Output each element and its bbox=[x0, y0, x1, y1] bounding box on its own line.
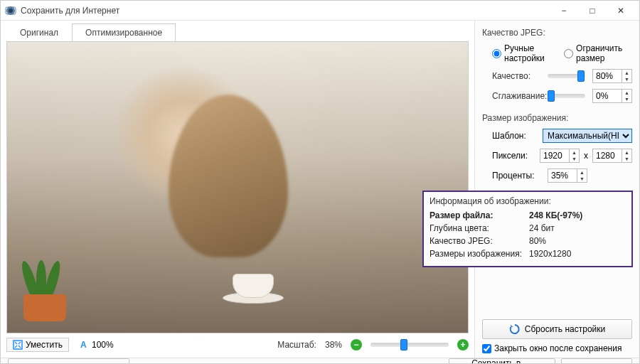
x-separator: x bbox=[584, 151, 588, 161]
minimize-button[interactable]: − bbox=[550, 1, 578, 21]
app-icon bbox=[5, 5, 16, 16]
zoom-value: 38% bbox=[325, 340, 342, 350]
file-size-value: 248 КБ(-97%) bbox=[529, 210, 582, 220]
zoom-slider[interactable] bbox=[370, 343, 449, 347]
reset-icon bbox=[509, 323, 521, 335]
width-input[interactable] bbox=[540, 149, 569, 162]
maximize-button[interactable]: □ bbox=[578, 1, 607, 21]
window-title: Сохранить для Интернет bbox=[21, 6, 550, 16]
zoom-in-button[interactable]: + bbox=[457, 339, 469, 350]
quality-label: Качество: bbox=[492, 71, 545, 81]
fit-button[interactable]: Уместить bbox=[6, 338, 69, 352]
zoom-a-icon: A bbox=[79, 340, 89, 350]
radio-limit-size[interactable]: Ограничить размер bbox=[564, 43, 632, 63]
info-title: Информация об изображении: bbox=[430, 196, 626, 206]
pixels-label: Пиксели: bbox=[492, 151, 537, 161]
bottom-bar: Посмотреть видеоурок Сохранить в файл...… bbox=[1, 358, 639, 364]
depth-value: 24 бит bbox=[529, 223, 555, 233]
depth-label: Глубина цвета: bbox=[430, 223, 529, 233]
template-label: Шаблон: bbox=[492, 131, 540, 141]
zoom100-label: 100% bbox=[92, 340, 114, 350]
smoothing-input[interactable] bbox=[593, 90, 622, 102]
close-after-save-row[interactable]: Закрыть окно после сохранения bbox=[482, 343, 632, 353]
zoom-label: Масштаб: bbox=[277, 340, 316, 350]
watch-video-button[interactable]: Посмотреть видеоурок bbox=[8, 358, 129, 364]
percent-spin[interactable]: ▲▼ bbox=[548, 168, 587, 183]
jpegq-value: 80% bbox=[529, 236, 546, 246]
smoothing-spin[interactable]: ▲▼ bbox=[592, 89, 632, 103]
tab-original[interactable]: Оригинал bbox=[6, 23, 72, 42]
fit-label: Уместить bbox=[26, 340, 63, 350]
titlebar: Сохранить для Интернет − □ ✕ bbox=[1, 1, 639, 21]
jpegq-label: Качество JPEG: bbox=[430, 236, 529, 246]
zoom-out-button[interactable]: − bbox=[351, 339, 362, 350]
right-pane: Качество JPEG: Ручные настройки Ограничи… bbox=[474, 21, 639, 358]
radio-limit-input[interactable] bbox=[564, 49, 573, 58]
dims-label: Размеры изображения: bbox=[430, 249, 529, 259]
fit-icon bbox=[13, 340, 23, 350]
percent-label: Проценты: bbox=[492, 171, 545, 181]
image-preview[interactable] bbox=[6, 41, 469, 333]
radio-manual[interactable]: Ручные настройки bbox=[492, 43, 557, 63]
file-size-label: Размер файла: bbox=[430, 210, 529, 220]
image-size-title: Размер изображения: bbox=[482, 113, 632, 123]
quality-up[interactable]: ▲ bbox=[622, 70, 631, 76]
preview-plant bbox=[16, 243, 73, 321]
width-spin[interactable]: ▲▼ bbox=[540, 149, 580, 163]
cancel-button[interactable]: Отмена bbox=[561, 358, 632, 364]
radio-manual-input[interactable] bbox=[492, 49, 501, 58]
close-after-save-label: Закрыть окно после сохранения bbox=[494, 343, 622, 353]
left-pane: Оригинал Оптимизированное Уместить A 100… bbox=[1, 21, 474, 358]
height-input[interactable] bbox=[593, 149, 622, 162]
image-info-box: Информация об изображении: Размер файла:… bbox=[422, 191, 633, 267]
close-after-save-checkbox[interactable] bbox=[482, 344, 491, 353]
svg-text:A: A bbox=[80, 340, 87, 350]
template-select[interactable]: Максимальный(HD) bbox=[543, 129, 632, 143]
smoothing-down[interactable]: ▼ bbox=[622, 96, 631, 102]
dims-value: 1920x1280 bbox=[529, 249, 571, 259]
tab-optimized[interactable]: Оптимизированное bbox=[72, 23, 176, 42]
quality-spin[interactable]: ▲▼ bbox=[592, 69, 632, 83]
preview-footer: Уместить A 100% Масштаб: 38% − + bbox=[6, 333, 469, 352]
smoothing-slider[interactable] bbox=[548, 94, 585, 98]
quality-input[interactable] bbox=[593, 70, 622, 82]
height-spin[interactable]: ▲▼ bbox=[592, 149, 632, 163]
quality-down[interactable]: ▼ bbox=[622, 76, 631, 82]
preview-cup bbox=[228, 272, 278, 304]
percent-input[interactable] bbox=[548, 169, 577, 182]
svg-point-1 bbox=[9, 9, 13, 13]
close-button[interactable]: ✕ bbox=[607, 1, 635, 21]
jpeg-quality-title: Качество JPEG: bbox=[482, 28, 632, 38]
save-button[interactable]: Сохранить в файл... bbox=[449, 358, 555, 364]
reset-button[interactable]: Сбросить настройки bbox=[482, 319, 632, 339]
smoothing-label: Сглаживание: bbox=[492, 91, 545, 101]
quality-slider[interactable] bbox=[548, 74, 585, 78]
preview-tabs: Оригинал Оптимизированное bbox=[6, 23, 469, 42]
svg-rect-3 bbox=[14, 341, 22, 349]
smoothing-up[interactable]: ▲ bbox=[622, 90, 631, 96]
zoom-100-button[interactable]: A 100% bbox=[75, 338, 118, 351]
